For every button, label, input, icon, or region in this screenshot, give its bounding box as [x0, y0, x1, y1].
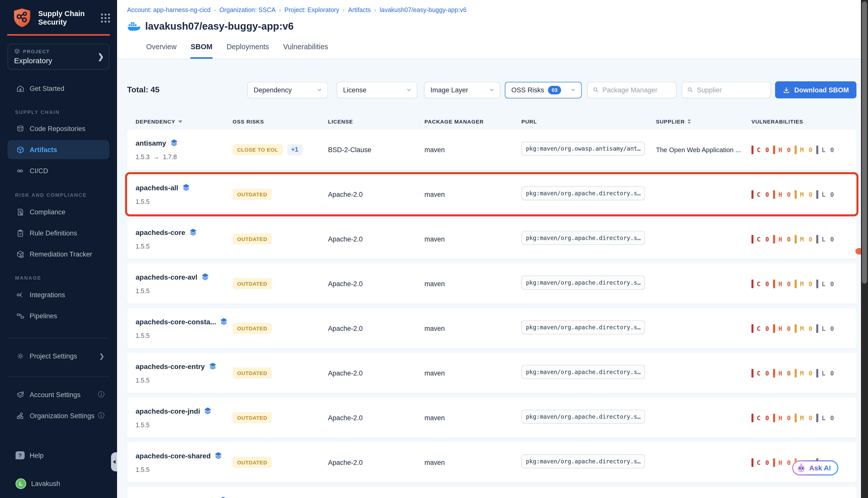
license-filter-dropdown[interactable]: License — [337, 82, 417, 98]
sidebar-item-integrations[interactable]: Integrations — [8, 285, 109, 304]
sidebar-item-artifacts[interactable]: Artifacts — [8, 140, 109, 159]
purl-value[interactable]: pkg:maven/org.apache.directory.s… — [521, 454, 645, 468]
tab-overview[interactable]: Overview — [146, 43, 177, 59]
license-cell: Apache-2.0 — [328, 369, 425, 377]
breadcrumb-artifacts[interactable]: Artifacts — [348, 6, 371, 13]
vuln-count-l: L 0 — [816, 324, 834, 332]
sidebar-item-help[interactable]: ? Help — [8, 446, 109, 465]
download-sbom-button[interactable]: Download SBOM — [775, 81, 857, 99]
tab-deployments[interactable]: Deployments — [226, 43, 269, 59]
table-row[interactable]: apacheds-core-jndi 1.5.5 OUTDATED Apache… — [127, 397, 856, 438]
table-row[interactable]: apacheds-core-shared 1.5.5 OUTDATED Apac… — [127, 442, 856, 482]
table-row[interactable]: apacheds-core-avl 1.5.5 OUTDATED Apache-… — [127, 264, 856, 304]
table-row[interactable]: apacheds-core-entry 1.5.5 OUTDATED Apach… — [127, 353, 856, 393]
gear-icon — [16, 351, 25, 361]
purl-value[interactable]: pkg:maven/org.owasp.antisamy/ant… — [521, 142, 645, 156]
severity-bar — [816, 414, 818, 422]
sidebar-item-label: Code Repositories — [30, 125, 86, 132]
purl-value[interactable]: pkg:maven/org.apache.directory.s… — [521, 365, 645, 379]
sidebar-item-label: Get Started — [30, 84, 64, 92]
sidebar-item-label: Remediation Tracker — [30, 250, 92, 258]
module-grid-icon[interactable] — [101, 14, 110, 23]
total-count: Total: 45 — [127, 86, 247, 94]
vuln-count-c: C 0 — [751, 414, 769, 422]
tab-vulnerabilities[interactable]: Vulnerabilities — [283, 43, 328, 59]
page-title: lavakush07/easy-buggy-app:v6 — [145, 20, 294, 32]
sidebar-item-get-started[interactable]: Get Started — [8, 79, 109, 98]
breadcrumb-organization[interactable]: Organization: SSCA — [219, 6, 275, 13]
sidebar-item-cicd[interactable]: CI/CD — [8, 161, 109, 180]
package-manager-cell: maven — [425, 280, 521, 287]
dependency-version: 1.5.5 — [135, 332, 233, 339]
column-header-supplier[interactable]: SUPPLIER — [656, 118, 751, 124]
severity-bar — [795, 235, 796, 243]
dependency-filter-dropdown[interactable]: Dependency — [247, 82, 328, 98]
dependency-version: 1.5.5 — [135, 421, 233, 429]
vuln-count-l: L 0 — [816, 190, 834, 198]
breadcrumb-project[interactable]: Project: Exploratory — [285, 6, 339, 13]
layers-icon — [202, 273, 209, 280]
scrollbar-thumb[interactable] — [862, 1, 867, 284]
table-row[interactable]: antisamy 1.5.3→1.7.8 CLOSE TO EOL+1 BSD-… — [127, 130, 856, 170]
sidebar-collapse-handle[interactable] — [111, 452, 117, 471]
sidebar-item-rule-definitions[interactable]: Rule Definitions — [8, 223, 109, 243]
table-row[interactable]: apacheds-all 1.5.5 OUTDATED Apache-2.0 m… — [127, 174, 856, 214]
sidebar-item-organization-settings[interactable]: Organization Settings ⓘ — [8, 406, 109, 425]
layers-icon — [215, 452, 222, 459]
search-icon — [593, 86, 599, 93]
risk-badge[interactable]: +1 — [287, 144, 302, 155]
license-cell: Apache-2.0 — [328, 414, 425, 421]
package-manager-input[interactable] — [603, 86, 671, 94]
purl-value[interactable]: pkg:maven/org.apache.directory.s… — [521, 186, 645, 200]
vuln-count-h: H 0 — [773, 235, 791, 243]
sidebar-item-project-settings[interactable]: Project Settings ❯ — [8, 346, 109, 366]
column-header-dependency[interactable]: DEPENDENCY — [135, 118, 233, 124]
purl-value[interactable]: pkg:maven/org.apache.directory.s… — [521, 320, 645, 335]
sidebar-item-compliance[interactable]: Compliance — [8, 202, 109, 221]
vuln-count-m: M 0 — [795, 145, 813, 154]
risk-badge: OUTDATED — [233, 323, 272, 334]
breadcrumb-artifact-name[interactable]: lavakush07/easy-buggy-app:v6 — [380, 6, 467, 13]
table-row[interactable]: apacheds-core 1.5.5 OUTDATED Apache-2.0 … — [127, 219, 856, 259]
sidebar-item-label: Help — [30, 451, 44, 459]
project-selector[interactable]: PROJECT Exploratory ❯ — [8, 44, 109, 70]
tab-sbom[interactable]: SBOM — [191, 43, 212, 59]
help-chat-icon: ? — [16, 451, 25, 459]
sidebar-item-label: Project Settings — [30, 352, 77, 360]
sidebar-item-code-repositories[interactable]: Code Repositories — [8, 119, 109, 138]
sidebar-item-label: Integrations — [30, 291, 65, 299]
vuln-count-c: C 0 — [751, 324, 769, 332]
dependency-cell: apacheds-core-shared 1.5.5 — [135, 451, 233, 473]
sort-descending-icon — [178, 120, 182, 123]
dependency-name: apacheds-core-shared — [135, 451, 211, 460]
column-header-license: LICENSE — [328, 118, 425, 124]
page-scrollbar — [861, 0, 868, 498]
purl-value[interactable]: pkg:maven/org.apache.directory.s… — [521, 231, 645, 245]
divider — [8, 377, 109, 377]
ask-ai-button[interactable]: Ask AI — [792, 460, 838, 475]
sidebar-item-account-settings[interactable]: Account Settings ⓘ — [8, 385, 109, 404]
supplier-cell: The Open Web Application ... — [656, 146, 747, 153]
purl-value[interactable]: pkg:maven/org.apache.directory.s… — [521, 410, 645, 424]
sidebar-item-label: Account Settings — [30, 391, 81, 398]
sidebar-item-remediation-tracker[interactable]: Remediation Tracker — [8, 245, 109, 264]
user-name: Lavakush — [31, 480, 60, 487]
oss-risks-filter-dropdown[interactable]: OSS Risks 03 — [505, 82, 582, 98]
table-row[interactable]: apacheds-interceptor-... 1.5.5 OUTDATED … — [127, 487, 856, 498]
purl-value[interactable]: pkg:maven/org.apache.directory.s… — [521, 276, 645, 290]
breadcrumb-account[interactable]: Account: app-harness-ng-cicd — [127, 6, 210, 13]
supply-chain-security-logo-icon — [11, 7, 33, 29]
dropdown-label: Dependency — [254, 86, 292, 94]
supplier-input[interactable] — [697, 86, 765, 94]
severity-bar — [816, 324, 818, 332]
sidebar-item-pipelines[interactable]: Pipelines — [8, 306, 109, 325]
image-layer-filter-dropdown[interactable]: Image Layer — [424, 82, 500, 98]
risk-badge: OUTDATED — [233, 189, 272, 200]
oss-risks-cell: OUTDATED — [233, 323, 328, 334]
table-row[interactable]: apacheds-core-consta... 1.5.5 OUTDATED A… — [127, 308, 856, 349]
app-title: Supply Chain Security — [38, 10, 87, 27]
sidebar-nav: Get Started SUPPLY CHAIN Code Repositori… — [0, 70, 117, 425]
oss-risks-cell: OUTDATED — [233, 278, 328, 289]
vuln-count-m: M 0 — [795, 279, 813, 288]
user-menu[interactable]: L Lavakush — [8, 474, 109, 493]
